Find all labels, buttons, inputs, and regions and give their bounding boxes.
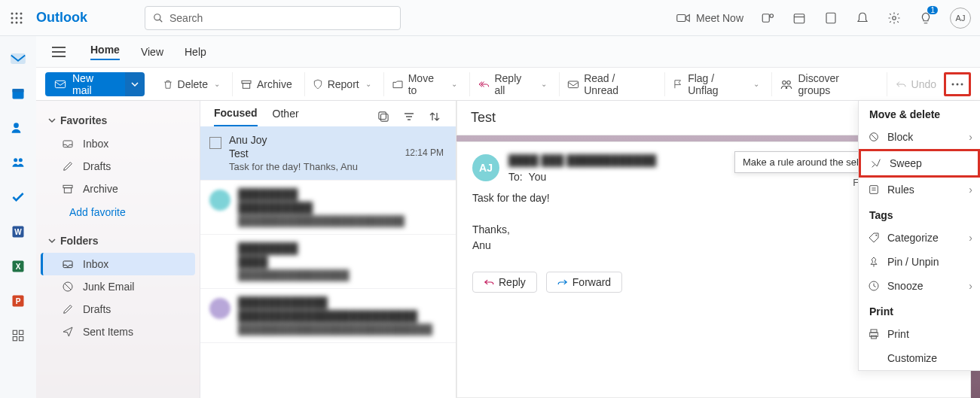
tips-icon[interactable]: 1	[918, 11, 933, 26]
svg-rect-38	[242, 81, 251, 83]
flag-icon	[673, 78, 683, 90]
new-mail-chevron[interactable]	[125, 72, 145, 96]
app-rail: W X P	[0, 36, 36, 398]
tab-other[interactable]: Other	[273, 108, 299, 126]
teams-icon[interactable]	[760, 11, 775, 26]
svg-text:X: X	[16, 263, 21, 271]
tab-view[interactable]: View	[141, 46, 163, 58]
main-panes: Favorites Inbox Drafts Archive Add favor…	[36, 101, 980, 398]
meet-now-label: Meet Now	[696, 12, 743, 24]
bell-icon[interactable]	[855, 11, 870, 26]
svg-point-42	[787, 81, 791, 84]
menu-rules[interactable]: Rules›	[859, 178, 980, 202]
svg-rect-14	[794, 14, 804, 23]
flag-button[interactable]: Flag / Unflag⌄	[664, 72, 767, 96]
todo-rail-icon[interactable]	[9, 188, 27, 206]
svg-point-9	[154, 14, 160, 20]
svg-point-5	[20, 17, 23, 19]
message-item-3[interactable]: ████████████████████████████	[200, 235, 456, 289]
menu-pin[interactable]: Pin / Unpin	[859, 250, 980, 274]
archive-button[interactable]: Archive	[232, 72, 300, 96]
svg-rect-53	[381, 114, 389, 122]
meet-now-button[interactable]: Meet Now	[676, 12, 743, 24]
settings-icon[interactable]	[887, 11, 902, 26]
svg-point-2	[20, 12, 23, 14]
people-rail-icon[interactable]	[9, 119, 27, 137]
forward-button[interactable]: Forward	[546, 272, 622, 293]
sidebar-item-inbox-folder[interactable]: Inbox	[41, 253, 195, 275]
svg-rect-18	[11, 54, 25, 64]
filter-icon[interactable]	[401, 109, 417, 124]
menu-categorize[interactable]: Categorize›	[859, 226, 980, 250]
more-commands-button[interactable]	[944, 72, 971, 96]
groups-rail-icon[interactable]	[9, 153, 27, 172]
menu-print[interactable]: Print	[859, 322, 980, 346]
read-unread-button[interactable]: Read / Unread	[559, 72, 660, 96]
select-all-icon[interactable]	[376, 109, 391, 124]
sidebar-item-inbox[interactable]: Inbox	[41, 132, 195, 155]
svg-rect-30	[13, 330, 17, 334]
move-to-button[interactable]: Move to⌄	[383, 72, 466, 96]
reply-all-button[interactable]: Reply all⌄	[469, 72, 554, 96]
search-box[interactable]: Search	[145, 6, 401, 30]
tab-help[interactable]: Help	[185, 46, 206, 58]
sidebar-item-sent[interactable]: Sent Items	[41, 321, 195, 343]
discover-groups-button[interactable]: Discover groups	[771, 72, 881, 96]
add-favorite-link[interactable]: Add favorite	[36, 200, 200, 229]
message-item-2[interactable]: ████████████████████████████████████████…	[200, 181, 456, 235]
message-item-1[interactable]: Anu Joy Test 12:14 PM Task for the day! …	[200, 126, 456, 181]
excel-rail-icon[interactable]: X	[9, 257, 27, 275]
undo-button[interactable]: Undo	[887, 72, 944, 96]
primary-tabs: Home View Help	[36, 36, 980, 68]
app-name: Outlook	[36, 10, 87, 26]
account-avatar[interactable]: AJ	[950, 8, 971, 29]
reply-button[interactable]: Reply	[472, 272, 537, 293]
inbox-icon	[62, 259, 74, 269]
waffle-icon[interactable]	[9, 11, 24, 26]
svg-rect-37	[55, 81, 65, 87]
top-bar: Outlook Search Meet Now 1 AJ	[0, 0, 980, 36]
sidebar-item-junk[interactable]: Junk Email	[41, 275, 195, 298]
svg-line-10	[160, 19, 163, 22]
notes-icon[interactable]	[823, 11, 838, 26]
checkbox[interactable]	[209, 137, 221, 149]
svg-point-6	[11, 21, 14, 23]
new-mail-label: New mail	[72, 72, 116, 96]
hamburger-icon[interactable]	[51, 44, 66, 59]
favorites-section[interactable]: Favorites	[36, 108, 200, 132]
msg-preview: Task for the day! Thanks, Anu	[229, 161, 444, 172]
menu-sweep[interactable]: Sweep	[859, 149, 980, 178]
mail-rail-icon[interactable]	[9, 50, 27, 68]
camera-icon	[676, 13, 690, 23]
delete-button[interactable]: Delete⌄	[155, 72, 227, 96]
calendar-app-icon[interactable]	[792, 11, 807, 26]
menu-customize[interactable]: Customize	[859, 346, 980, 370]
sort-icon[interactable]	[427, 109, 442, 124]
sidebar-item-drafts-folder[interactable]: Drafts	[41, 298, 195, 321]
svg-point-21	[14, 123, 19, 128]
menu-block[interactable]: Block›	[859, 125, 980, 149]
tab-home[interactable]: Home	[90, 44, 120, 60]
calendar-rail-icon[interactable]	[9, 84, 27, 102]
more-apps-rail-icon[interactable]	[9, 327, 27, 345]
undo-icon	[895, 79, 907, 90]
new-mail-button[interactable]: New mail	[45, 72, 125, 96]
word-rail-icon[interactable]: W	[9, 223, 27, 241]
message-item-4[interactable]: ████████████████████████████████████████…	[200, 289, 456, 343]
folders-section[interactable]: Folders	[36, 229, 200, 253]
report-button[interactable]: Report⌄	[304, 72, 379, 96]
menu-snooze[interactable]: Snooze›	[859, 274, 980, 298]
clock-icon	[868, 280, 880, 292]
svg-rect-20	[13, 89, 24, 92]
svg-text:P: P	[16, 297, 21, 305]
sidebar-item-drafts[interactable]: Drafts	[41, 155, 195, 178]
chevron-down-icon	[48, 237, 56, 245]
archive-icon	[240, 79, 252, 90]
inbox-icon	[62, 138, 74, 149]
powerpoint-rail-icon[interactable]: P	[9, 292, 27, 310]
new-mail-split-button[interactable]: New mail	[45, 72, 145, 96]
folder-pane: Favorites Inbox Drafts Archive Add favor…	[36, 101, 200, 398]
svg-rect-66	[872, 336, 877, 339]
tab-focused[interactable]: Focused	[214, 107, 258, 126]
sidebar-item-archive[interactable]: Archive	[41, 178, 195, 200]
